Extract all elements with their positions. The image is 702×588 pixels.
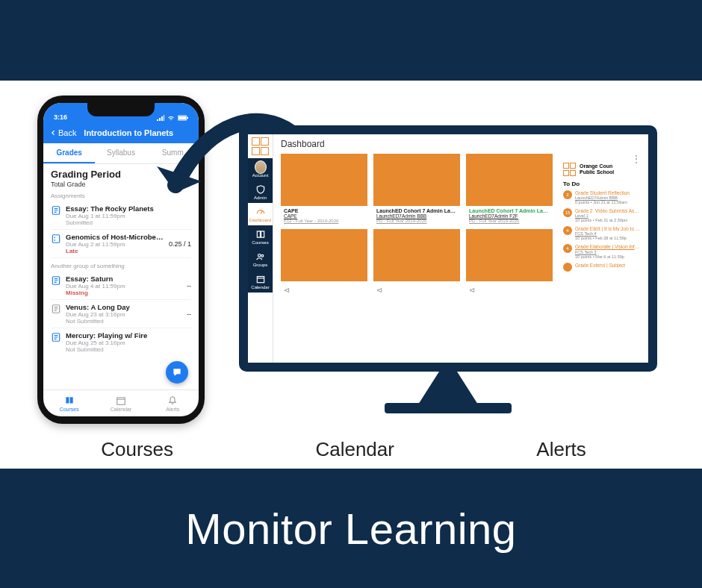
tab-summary[interactable]: Summ xyxy=(147,143,199,163)
svg-point-12 xyxy=(261,254,263,257)
wifi-icon xyxy=(167,115,175,121)
tab-syllabus[interactable]: Syllabus xyxy=(95,143,146,163)
todo-row[interactable]: 4 Grade Elaborate | Vision Infographic F… xyxy=(563,244,641,258)
assignment-title: Venus: A Long Day xyxy=(66,303,182,311)
announcement-icon[interactable] xyxy=(469,287,476,294)
book-icon xyxy=(64,395,75,406)
todo-title: Grade Student Reflection xyxy=(575,190,641,196)
todo-row[interactable]: Grade Extend | Subject xyxy=(563,263,641,272)
svg-rect-10 xyxy=(117,397,125,404)
section-assignments: Assignments xyxy=(51,193,191,199)
card-title: CAPE xyxy=(284,208,364,213)
ocps-logo-icon[interactable] xyxy=(252,137,270,155)
dashboard-title: Dashboard xyxy=(281,139,641,149)
book-icon xyxy=(255,228,267,240)
assignment-row[interactable]: Mercury: Playing w/ Fire Due Aug 25 at 3… xyxy=(51,328,191,356)
assignment-status: Submitted xyxy=(66,219,187,226)
more-icon[interactable]: ⋮ xyxy=(563,154,641,163)
course-card[interactable]: CAPE CAPE K12 - Full Year - 2019-2020 xyxy=(281,154,367,299)
assignment-row[interactable]: Essay: The Rocky Planets Due Aug 1 at 11… xyxy=(51,201,191,230)
content-area: 3:16 Back Introduction to Planets xyxy=(0,81,702,469)
assignment-due: Due Aug 1 at 11:59pm xyxy=(66,213,187,219)
svg-rect-4 xyxy=(52,235,59,243)
course-cards: CAPE CAPE K12 - Full Year - 2019-2020 xyxy=(281,154,553,299)
sidebar-item-calendar[interactable]: Calendar xyxy=(248,270,273,293)
tab-courses-label: Courses xyxy=(60,407,79,412)
card-term: PD - Full Year 2019-2020 xyxy=(376,219,457,223)
svg-point-11 xyxy=(258,254,261,257)
assignment-score: 0.25 / 1 xyxy=(169,240,191,248)
status-icons xyxy=(157,115,188,121)
assignment-icon xyxy=(51,205,61,216)
card-term: K12 - Full Year - 2019-2020 xyxy=(284,219,364,223)
sidebar-label: Account xyxy=(252,173,269,178)
todo-row[interactable]: 2 Grade Student Reflection LaunchED7Admi… xyxy=(563,190,641,204)
todo-title: Grade Elicit | It is My Job to Coach Dig… xyxy=(575,226,641,231)
todo-meta: 10 points • Feb 21 at 2:30pm xyxy=(575,218,641,222)
todo-row[interactable]: 4 Grade Elicit | It is My Job to Coach D… xyxy=(563,226,641,240)
compose-fab[interactable] xyxy=(166,361,188,384)
todo-meta: 10 points • Mar 6 at 11:59p xyxy=(575,254,641,259)
sidebar-item-admin[interactable]: Admin xyxy=(248,181,273,203)
card-color-top xyxy=(281,154,367,206)
card-color-bottom xyxy=(466,229,553,281)
tab-calendar[interactable]: Calendar xyxy=(95,390,146,416)
grading-period-sub: Total Grade xyxy=(51,181,191,188)
chevron-left-icon xyxy=(49,129,57,137)
tab-alerts[interactable]: Alerts xyxy=(147,390,199,416)
school-brand: Orange Coun Public School xyxy=(563,163,641,176)
assignment-row[interactable]: Venus: A Long Day Due Aug 23 at 3:16pm N… xyxy=(51,300,191,328)
todo-badge: 4 xyxy=(563,244,572,253)
monitor-stand xyxy=(418,372,478,404)
course-card[interactable]: LaunchED Cohort 7 Admin Launch... Launch… xyxy=(373,154,460,299)
course-card[interactable]: LaunchED Cohort 7 Admin Launch... Launch… xyxy=(466,154,553,299)
label-courses: Courses xyxy=(101,438,173,461)
banner-title: Monitor Learning xyxy=(185,504,516,554)
todo-badge: 2 xyxy=(563,190,572,199)
dashboard-main: Dashboard CAPE CAPE K12 - Full Year - 20… xyxy=(273,134,648,363)
announcement-icon[interactable] xyxy=(376,287,384,294)
sidebar-item-dashboard[interactable]: Dashboard xyxy=(248,203,273,225)
phone-notch xyxy=(87,103,155,116)
label-alerts: Alerts xyxy=(536,438,585,461)
card-color-top xyxy=(466,154,553,206)
todo-row[interactable]: 15 Grade 2. Video Submiss Assignment Lev… xyxy=(563,208,641,222)
nav-title: Introduction to Planets xyxy=(64,128,193,137)
assignment-title: Essay: The Rocky Planets xyxy=(66,204,187,213)
svg-rect-13 xyxy=(257,277,264,283)
card-color-top xyxy=(373,154,460,206)
avatar-icon xyxy=(255,160,267,174)
sidebar-label: Dashboard xyxy=(249,218,271,222)
nav-bar: Back Introduction to Planets xyxy=(43,122,199,143)
tab-grades[interactable]: Grades xyxy=(43,143,95,163)
label-calendar: Calendar xyxy=(315,438,394,461)
announcement-icon[interactable] xyxy=(284,287,291,294)
sidebar-label: Calendar xyxy=(251,285,269,290)
tab-calendar-label: Calendar xyxy=(111,407,131,412)
card-subtitle: CAPE xyxy=(284,213,364,219)
card-term: PD - Full Year 2019-2020 xyxy=(469,219,550,223)
calendar-icon xyxy=(116,395,126,406)
assignment-row[interactable]: Genomics of Host-Microbe Interactions Du… xyxy=(51,230,191,258)
todo-title: Grade Extend | Subject xyxy=(575,263,641,268)
assignment-due: Due Aug 2 at 11:59pm xyxy=(66,241,164,248)
sidebar-label: Courses xyxy=(252,240,268,245)
bottom-tab-bar: Courses Calendar Alerts xyxy=(43,390,199,416)
card-color-bottom xyxy=(373,229,460,281)
sidebar-item-groups[interactable]: Groups xyxy=(248,248,273,270)
todo-badge xyxy=(563,263,572,272)
assignment-status: Not Submitted xyxy=(66,346,187,353)
assignment-row[interactable]: Essay: Saturn Due Aug 4 at 11:59pm Missi… xyxy=(51,272,191,300)
battery-icon xyxy=(178,115,188,121)
brand-line1: Orange Coun xyxy=(580,163,614,169)
assignment-title: Genomics of Host-Microbe Interactions xyxy=(66,233,164,241)
tab-courses[interactable]: Courses xyxy=(43,390,95,416)
sidebar-item-courses[interactable]: Courses xyxy=(248,225,273,248)
assignment-due: Due Aug 25 at 3:16pm xyxy=(66,340,187,346)
sidebar-item-account[interactable]: Account xyxy=(248,158,273,181)
assignment-status: Late xyxy=(66,248,164,254)
todo-title: Grade 2. Video Submiss Assignment xyxy=(575,208,641,213)
assignment-title: Essay: Saturn xyxy=(66,275,182,283)
todo-badge: 15 xyxy=(563,208,572,217)
quiz-icon xyxy=(51,234,61,244)
